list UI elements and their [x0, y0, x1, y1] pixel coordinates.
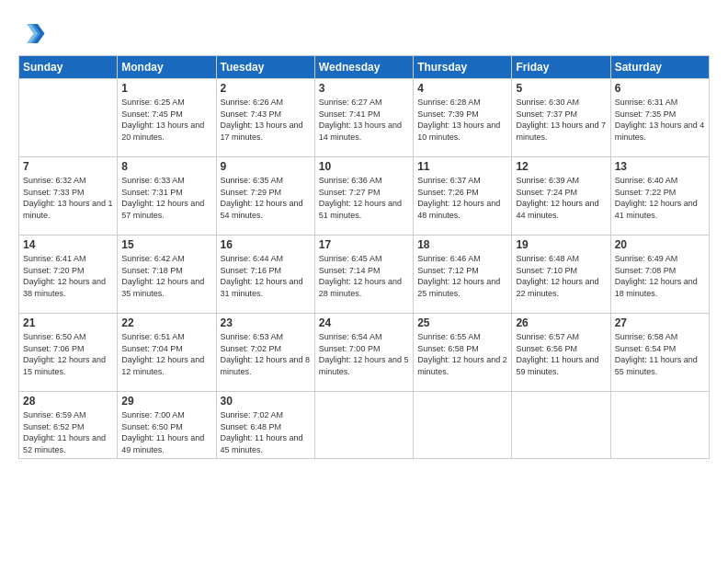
day-info: Sunrise: 6:42 AMSunset: 7:18 PMDaylight:… — [121, 253, 211, 299]
day-info: Sunrise: 6:31 AMSunset: 7:35 PMDaylight:… — [615, 97, 705, 143]
day-number: 8 — [121, 160, 211, 173]
calendar-cell: 5Sunrise: 6:30 AMSunset: 7:37 PMDaylight… — [512, 79, 610, 157]
day-number: 27 — [615, 316, 705, 329]
weekday-header-row: SundayMondayTuesdayWednesdayThursdayFrid… — [19, 56, 710, 79]
weekday-header-wednesday: Wednesday — [314, 56, 413, 79]
day-info: Sunrise: 6:49 AMSunset: 7:08 PMDaylight:… — [615, 253, 705, 299]
day-info: Sunrise: 6:55 AMSunset: 6:58 PMDaylight:… — [417, 331, 507, 377]
header — [18, 18, 710, 46]
calendar-cell: 2Sunrise: 6:26 AMSunset: 7:43 PMDaylight… — [216, 79, 314, 157]
day-number: 20 — [615, 238, 705, 251]
day-number: 1 — [121, 82, 211, 95]
calendar-cell: 1Sunrise: 6:25 AMSunset: 7:45 PMDaylight… — [118, 79, 216, 157]
day-info: Sunrise: 6:33 AMSunset: 7:31 PMDaylight:… — [121, 175, 211, 221]
calendar-cell: 6Sunrise: 6:31 AMSunset: 7:35 PMDaylight… — [610, 79, 709, 157]
week-row-1: 7Sunrise: 6:32 AMSunset: 7:33 PMDaylight… — [19, 157, 710, 236]
calendar-cell: 30Sunrise: 7:02 AMSunset: 6:48 PMDayligh… — [216, 392, 314, 459]
calendar-cell: 26Sunrise: 6:57 AMSunset: 6:56 PMDayligh… — [512, 314, 610, 392]
day-info: Sunrise: 6:50 AMSunset: 7:06 PMDaylight:… — [23, 331, 113, 377]
weekday-header-saturday: Saturday — [610, 56, 709, 79]
week-row-0: 1Sunrise: 6:25 AMSunset: 7:45 PMDaylight… — [19, 79, 710, 157]
logo — [18, 18, 50, 46]
calendar-cell: 7Sunrise: 6:32 AMSunset: 7:33 PMDaylight… — [19, 157, 118, 236]
logo-icon — [18, 18, 46, 46]
day-number: 16 — [221, 238, 311, 251]
day-number: 30 — [221, 395, 311, 408]
calendar: SundayMondayTuesdayWednesdayThursdayFrid… — [18, 55, 710, 459]
day-info: Sunrise: 6:45 AMSunset: 7:14 PMDaylight:… — [319, 253, 409, 299]
day-info: Sunrise: 6:48 AMSunset: 7:10 PMDaylight:… — [516, 253, 606, 299]
day-info: Sunrise: 6:35 AMSunset: 7:29 PMDaylight:… — [221, 175, 311, 221]
weekday-header-sunday: Sunday — [19, 56, 118, 79]
day-number: 13 — [615, 160, 705, 173]
day-info: Sunrise: 6:25 AMSunset: 7:45 PMDaylight:… — [121, 97, 211, 143]
calendar-cell: 11Sunrise: 6:37 AMSunset: 7:26 PMDayligh… — [414, 157, 512, 236]
calendar-cell: 12Sunrise: 6:39 AMSunset: 7:24 PMDayligh… — [512, 157, 610, 236]
calendar-cell: 19Sunrise: 6:48 AMSunset: 7:10 PMDayligh… — [512, 236, 610, 314]
weekday-header-thursday: Thursday — [414, 56, 512, 79]
calendar-cell: 17Sunrise: 6:45 AMSunset: 7:14 PMDayligh… — [314, 236, 413, 314]
calendar-cell — [314, 392, 413, 459]
day-number: 22 — [121, 316, 211, 329]
day-info: Sunrise: 6:46 AMSunset: 7:12 PMDaylight:… — [417, 253, 507, 299]
day-info: Sunrise: 6:26 AMSunset: 7:43 PMDaylight:… — [221, 97, 311, 143]
week-row-2: 14Sunrise: 6:41 AMSunset: 7:20 PMDayligh… — [19, 236, 710, 314]
calendar-cell — [414, 392, 512, 459]
calendar-cell: 21Sunrise: 6:50 AMSunset: 7:06 PMDayligh… — [19, 314, 118, 392]
calendar-cell: 29Sunrise: 7:00 AMSunset: 6:50 PMDayligh… — [118, 392, 216, 459]
calendar-cell: 23Sunrise: 6:53 AMSunset: 7:02 PMDayligh… — [216, 314, 314, 392]
day-number: 7 — [23, 160, 113, 173]
day-info: Sunrise: 6:30 AMSunset: 7:37 PMDaylight:… — [516, 97, 606, 143]
day-number: 14 — [23, 238, 113, 251]
weekday-header-tuesday: Tuesday — [216, 56, 314, 79]
day-info: Sunrise: 6:40 AMSunset: 7:22 PMDaylight:… — [615, 175, 705, 221]
week-row-4: 28Sunrise: 6:59 AMSunset: 6:52 PMDayligh… — [19, 392, 710, 459]
day-number: 15 — [121, 238, 211, 251]
calendar-cell — [19, 79, 118, 157]
day-info: Sunrise: 6:27 AMSunset: 7:41 PMDaylight:… — [319, 97, 409, 143]
calendar-cell: 14Sunrise: 6:41 AMSunset: 7:20 PMDayligh… — [19, 236, 118, 314]
day-number: 9 — [221, 160, 311, 173]
day-info: Sunrise: 6:58 AMSunset: 6:54 PMDaylight:… — [615, 331, 705, 377]
calendar-cell — [610, 392, 709, 459]
day-info: Sunrise: 6:36 AMSunset: 7:27 PMDaylight:… — [319, 175, 409, 221]
calendar-cell — [512, 392, 610, 459]
weekday-header-friday: Friday — [512, 56, 610, 79]
calendar-cell: 28Sunrise: 6:59 AMSunset: 6:52 PMDayligh… — [19, 392, 118, 459]
day-number: 4 — [417, 82, 507, 95]
calendar-cell: 18Sunrise: 6:46 AMSunset: 7:12 PMDayligh… — [414, 236, 512, 314]
weekday-header-monday: Monday — [118, 56, 216, 79]
calendar-cell: 4Sunrise: 6:28 AMSunset: 7:39 PMDaylight… — [414, 79, 512, 157]
day-number: 2 — [221, 82, 311, 95]
day-info: Sunrise: 6:57 AMSunset: 6:56 PMDaylight:… — [516, 331, 606, 377]
day-number: 29 — [121, 395, 211, 408]
week-row-3: 21Sunrise: 6:50 AMSunset: 7:06 PMDayligh… — [19, 314, 710, 392]
day-number: 19 — [516, 238, 606, 251]
day-number: 11 — [417, 160, 507, 173]
day-info: Sunrise: 6:28 AMSunset: 7:39 PMDaylight:… — [417, 97, 507, 143]
day-info: Sunrise: 7:00 AMSunset: 6:50 PMDaylight:… — [121, 409, 211, 455]
day-number: 6 — [615, 82, 705, 95]
day-info: Sunrise: 6:39 AMSunset: 7:24 PMDaylight:… — [516, 175, 606, 221]
calendar-cell: 22Sunrise: 6:51 AMSunset: 7:04 PMDayligh… — [118, 314, 216, 392]
day-info: Sunrise: 6:32 AMSunset: 7:33 PMDaylight:… — [23, 175, 113, 221]
calendar-cell: 15Sunrise: 6:42 AMSunset: 7:18 PMDayligh… — [118, 236, 216, 314]
day-number: 18 — [417, 238, 507, 251]
day-info: Sunrise: 6:37 AMSunset: 7:26 PMDaylight:… — [417, 175, 507, 221]
day-number: 28 — [23, 395, 113, 408]
day-number: 26 — [516, 316, 606, 329]
day-info: Sunrise: 6:51 AMSunset: 7:04 PMDaylight:… — [121, 331, 211, 377]
calendar-cell: 10Sunrise: 6:36 AMSunset: 7:27 PMDayligh… — [314, 157, 413, 236]
day-number: 12 — [516, 160, 606, 173]
day-number: 10 — [319, 160, 409, 173]
day-number: 5 — [516, 82, 606, 95]
day-info: Sunrise: 6:54 AMSunset: 7:00 PMDaylight:… — [319, 331, 409, 377]
calendar-cell: 9Sunrise: 6:35 AMSunset: 7:29 PMDaylight… — [216, 157, 314, 236]
day-number: 25 — [417, 316, 507, 329]
calendar-cell: 8Sunrise: 6:33 AMSunset: 7:31 PMDaylight… — [118, 157, 216, 236]
calendar-cell: 20Sunrise: 6:49 AMSunset: 7:08 PMDayligh… — [610, 236, 709, 314]
day-number: 24 — [319, 316, 409, 329]
calendar-cell: 24Sunrise: 6:54 AMSunset: 7:00 PMDayligh… — [314, 314, 413, 392]
day-info: Sunrise: 6:41 AMSunset: 7:20 PMDaylight:… — [23, 253, 113, 299]
calendar-cell: 25Sunrise: 6:55 AMSunset: 6:58 PMDayligh… — [414, 314, 512, 392]
